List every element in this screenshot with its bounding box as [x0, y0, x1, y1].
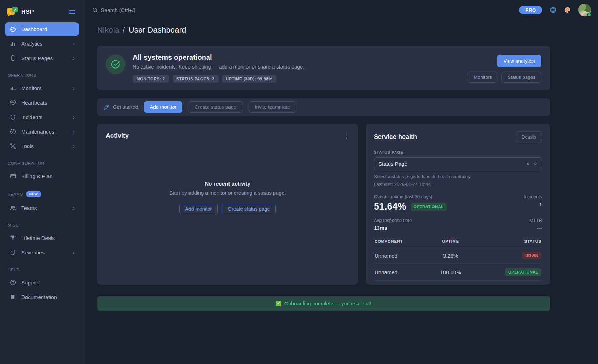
uptime-value: 51.64%	[374, 201, 406, 212]
check-circle-icon	[106, 54, 126, 74]
table-row: Unnamed 3.28% DOWN	[374, 247, 542, 264]
status-pages-button[interactable]: Status pages	[501, 72, 541, 83]
kebab-menu-icon[interactable]: ⋮	[343, 133, 349, 139]
sidebar-nav: Dashboard Analytics › Status Pages › OPE…	[5, 22, 79, 304]
sidebar-item-label: Severities	[21, 249, 68, 256]
avg-response-label: Avg response time	[374, 218, 412, 223]
bar-chart-icon	[9, 40, 16, 47]
table-row: Unnamed 100.00% OPERATIONAL	[374, 264, 542, 281]
view-analytics-button[interactable]: View analytics	[497, 55, 541, 67]
column-header-uptime: UPTIME	[430, 236, 471, 247]
sidebar-item-analytics[interactable]: Analytics ›	[5, 37, 79, 51]
activity-header: Activity ⋮	[106, 132, 349, 140]
activity-title: Activity	[106, 132, 129, 140]
status-page-selected-value: Status Page	[378, 161, 407, 167]
status-page-select[interactable]: Status Page ×	[374, 157, 542, 170]
hero-text: All systems operational No active incide…	[133, 53, 304, 83]
add-monitor-button[interactable]: Add monitor	[144, 101, 182, 113]
sidebar-item-billing[interactable]: Billing & Plan	[5, 169, 79, 183]
topbar: PRO	[84, 0, 598, 20]
sidebar-item-monitors[interactable]: Monitors ›	[5, 81, 79, 95]
create-status-page-button[interactable]: Create status page	[222, 204, 276, 214]
hero-title: All systems operational	[133, 53, 304, 61]
sidebar-item-lifetime-deals[interactable]: Lifetime Deals	[5, 231, 79, 245]
last-visit-text: Last visit: 2026-01-24 10:44	[374, 182, 542, 187]
pro-badge[interactable]: PRO	[519, 6, 542, 14]
mttr-value: —	[529, 225, 542, 231]
sidebar-item-teams[interactable]: Teams ›	[5, 201, 79, 215]
uptime-chip: UPTIME (30D): 99.98%	[222, 75, 276, 83]
sidebar-item-label: Documentation	[21, 294, 75, 300]
sidebar-section-configuration: CONFIGURATION	[5, 153, 79, 169]
get-started-label-wrap: Get started	[104, 104, 138, 110]
avg-response-value: 13ms	[374, 225, 412, 231]
chevron-right-icon: ›	[72, 41, 75, 47]
response-stats-row: Avg response time 13ms MTTR —	[374, 218, 542, 231]
topbar-right: PRO	[519, 4, 591, 16]
details-button[interactable]: Details	[516, 131, 542, 142]
rocket-icon	[104, 104, 110, 110]
sidebar-item-label: Support	[21, 280, 75, 286]
add-monitor-button[interactable]: Add monitor	[179, 204, 218, 214]
search-input[interactable]	[101, 7, 193, 13]
sidebar-item-label: Heartbeats	[21, 100, 75, 106]
tools-icon	[9, 143, 16, 149]
incidents-stat: Incidents 1	[524, 194, 542, 212]
chevron-right-icon: ›	[72, 85, 75, 91]
sidebar-item-incidents[interactable]: Incidents ›	[5, 110, 79, 124]
sidebar-item-heartbeats[interactable]: Heartbeats	[5, 96, 79, 110]
operational-badge: OPERATIONAL	[411, 203, 447, 211]
sidebar-item-label: Billing & Plan	[21, 173, 75, 179]
sidebar-item-dashboard[interactable]: Dashboard	[5, 22, 79, 36]
sidebar-item-label: Status Pages	[21, 55, 68, 61]
search-icon	[92, 7, 98, 13]
sidebar-item-label: Tools	[21, 143, 68, 149]
sidebar-item-tools[interactable]: Tools ›	[5, 139, 79, 153]
avg-response-stat: Avg response time 13ms	[374, 218, 412, 231]
palette-icon[interactable]	[564, 6, 571, 14]
teams-icon	[9, 205, 16, 211]
globe-icon[interactable]	[549, 6, 557, 14]
operational-badge: OPERATIONAL	[505, 268, 541, 276]
book-icon	[9, 294, 16, 300]
component-name: Unnamed	[374, 247, 430, 264]
column-header-component: COMPONENT	[374, 236, 430, 247]
main-area: PRO Nikola / User Dashboard Al	[84, 0, 598, 364]
user-avatar[interactable]	[578, 4, 591, 16]
sidebar-item-maintenances[interactable]: Maintenances ›	[5, 125, 79, 139]
sidebar-toggle-button[interactable]	[68, 7, 77, 17]
cards-grid: Activity ⋮ No recent activity Start by a…	[97, 124, 550, 285]
create-status-page-button[interactable]: Create status page	[188, 101, 243, 113]
app-name: HSP	[21, 8, 64, 16]
empty-state-subtitle: Start by adding a monitor or creating a …	[169, 190, 286, 196]
onboarding-banner: ✓ Onboarding complete — you're all set!	[97, 296, 550, 311]
get-started-bar: Get started Add monitor Create status pa…	[97, 98, 550, 116]
shield-alert-icon	[9, 114, 16, 121]
sidebar-item-label: Lifetime Deals	[21, 235, 75, 241]
clear-icon[interactable]: ×	[526, 161, 529, 167]
hero-chips: MONITORS: 2 STATUS PAGES: 3 UPTIME (30D)…	[133, 75, 304, 83]
sidebar-item-support[interactable]: Support	[5, 276, 79, 289]
invite-teammate-button[interactable]: Invite teammate	[249, 101, 297, 113]
chevron-down-icon[interactable]	[533, 162, 538, 166]
column-header-status: STATUS	[471, 236, 542, 247]
new-badge: NEW	[26, 191, 41, 197]
search-box[interactable]	[92, 7, 193, 13]
select-helper-text: Select a status page to load its health …	[374, 174, 542, 179]
hero-card: All systems operational No active incide…	[97, 46, 550, 90]
status-pages-chip: STATUS PAGES: 3	[173, 75, 219, 83]
breadcrumb-parent[interactable]: Nikola	[97, 25, 119, 35]
sidebar-section-misc: MISC	[5, 215, 79, 231]
sidebar-item-documentation[interactable]: Documentation	[5, 290, 79, 304]
breadcrumb-separator: /	[123, 25, 125, 35]
monitors-icon	[9, 85, 16, 92]
sidebar-item-severities[interactable]: Severities ›	[5, 246, 79, 259]
empty-state-actions: Add monitor Create status page	[179, 204, 276, 214]
get-started-label: Get started	[113, 104, 138, 110]
chevron-right-icon: ›	[72, 55, 75, 61]
monitors-button[interactable]: Monitors	[468, 72, 498, 83]
alarm-clock-icon	[9, 249, 16, 256]
hero-left: All systems operational No active incide…	[106, 53, 304, 83]
sidebar-item-label: Teams	[21, 205, 68, 211]
sidebar-item-status-pages[interactable]: Status Pages ›	[5, 51, 79, 65]
